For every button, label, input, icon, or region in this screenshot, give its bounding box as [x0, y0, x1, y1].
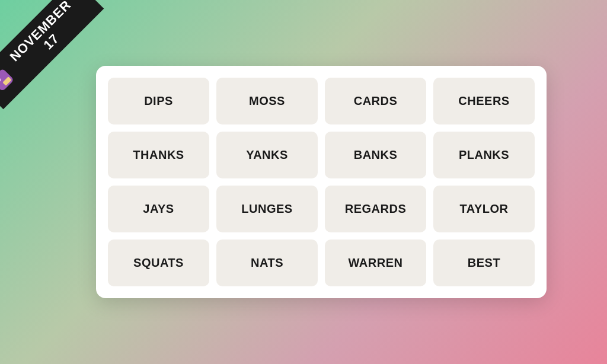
- word-card-best[interactable]: BEST: [433, 240, 535, 286]
- word-label-best: BEST: [468, 256, 500, 270]
- word-card-regards[interactable]: REGARDS: [325, 186, 426, 232]
- word-card-warren[interactable]: WARREN: [325, 240, 426, 286]
- word-label-warren: WARREN: [349, 256, 403, 270]
- word-label-yanks: YANKS: [246, 148, 288, 162]
- word-label-moss: MOSS: [249, 94, 285, 108]
- word-card-moss[interactable]: MOSS: [216, 78, 318, 124]
- word-card-squats[interactable]: SQUATS: [108, 240, 209, 286]
- word-label-regards: REGARDS: [345, 202, 407, 216]
- app-icon: [0, 68, 14, 92]
- word-card-jays[interactable]: JAYS: [108, 186, 209, 232]
- main-card: DIPSMOSSCARDSCHEERSTHANKSYANKSBANKSPLANK…: [96, 66, 547, 298]
- banner-date: NOVEMBER 17: [1, 0, 91, 82]
- word-label-dips: DIPS: [144, 94, 173, 108]
- word-label-cards: CARDS: [354, 94, 398, 108]
- word-label-lunges: LUNGES: [241, 202, 292, 216]
- word-label-thanks: THANKS: [133, 148, 184, 162]
- word-card-thanks[interactable]: THANKS: [108, 132, 209, 178]
- word-label-planks: PLANKS: [459, 148, 509, 162]
- word-card-taylor[interactable]: TAYLOR: [433, 186, 535, 232]
- word-label-nats: NATS: [251, 256, 283, 270]
- word-card-planks[interactable]: PLANKS: [433, 132, 535, 178]
- word-label-cheers: CHEERS: [458, 94, 509, 108]
- word-card-banks[interactable]: BANKS: [325, 132, 426, 178]
- word-card-cheers[interactable]: CHEERS: [433, 78, 535, 124]
- word-label-squats: SQUATS: [133, 256, 184, 270]
- word-label-banks: BANKS: [354, 148, 398, 162]
- word-card-yanks[interactable]: YANKS: [216, 132, 318, 178]
- word-card-lunges[interactable]: LUNGES: [216, 186, 318, 232]
- corner-banner: NOVEMBER 17: [0, 0, 130, 130]
- word-label-jays: JAYS: [143, 202, 174, 216]
- word-card-cards[interactable]: CARDS: [325, 78, 426, 124]
- word-card-nats[interactable]: NATS: [216, 240, 318, 286]
- word-grid: DIPSMOSSCARDSCHEERSTHANKSYANKSBANKSPLANK…: [108, 78, 535, 286]
- word-label-taylor: TAYLOR: [460, 202, 509, 216]
